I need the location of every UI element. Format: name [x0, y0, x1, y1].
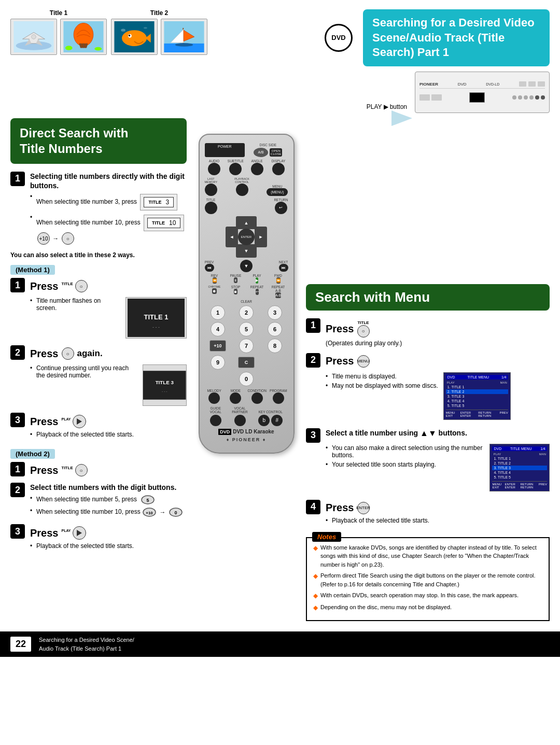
condition-btn[interactable]	[251, 392, 263, 404]
method1-step1-num: 1	[10, 278, 25, 292]
enter-button-inline[interactable]: ○	[62, 232, 74, 245]
repeat-ab-btn[interactable]: A-B	[275, 292, 282, 298]
method1-bullet1: Title number flashes on screen.	[30, 297, 121, 312]
angle-btn[interactable]	[251, 163, 263, 175]
menu-step2-num: 2	[306, 353, 320, 368]
svg-text:0: 0	[174, 510, 177, 515]
dpad-right[interactable]: ►	[255, 227, 267, 247]
menu-press1-line: Press TITLE ○	[326, 320, 550, 338]
step1-bullet1: When selecting title number 3, press TIT…	[30, 193, 187, 212]
stop-btn[interactable]: ⏹	[234, 289, 237, 294]
program-btn[interactable]	[273, 392, 284, 404]
menu-screen2-header: DVD TITLE MENU 1/4	[492, 446, 547, 451]
svg-text:TITLE 3: TITLE 3	[156, 380, 174, 386]
pioneer-logo: ♦ PIONEER ♦	[227, 437, 267, 442]
num4-btn[interactable]: 4	[211, 322, 225, 336]
dpad-up[interactable]: ▲	[236, 216, 257, 230]
title2-image2-svg	[163, 21, 205, 52]
menu-item-5: 5. TITLE 5	[446, 403, 508, 408]
audio-btn[interactable]	[208, 163, 220, 175]
step1-bullets: When selecting title number 3, press TIT…	[30, 193, 187, 245]
method1-press1-word: Press	[30, 280, 59, 292]
title1-thumb1	[10, 19, 57, 55]
dvd-logo: DVD	[325, 24, 353, 52]
prev-btn[interactable]: ⏮	[205, 264, 214, 272]
menu-menu-btn[interactable]: MENU	[357, 355, 370, 368]
num1-btn[interactable]: 1	[211, 305, 225, 320]
repeat-btn[interactable]: ↩	[256, 289, 259, 295]
note-item-2: ◆ Perform direct Title Search using the …	[313, 571, 542, 588]
pause-btn[interactable]: ⏸	[234, 277, 237, 283]
num0-btn[interactable]: 0	[239, 372, 254, 386]
playback-control-btn[interactable]	[236, 184, 248, 196]
menu-enter-btn[interactable]: ENTER	[357, 502, 370, 514]
play-btn[interactable]: ▶	[256, 277, 258, 284]
footer-text-line2: Audio Track (Title Search) Part 1	[39, 644, 134, 653]
menu-btn[interactable]: (MENU)	[267, 188, 288, 196]
num2-btn[interactable]: 2	[239, 305, 254, 320]
disc-side-label: DISC SIDE	[259, 143, 276, 147]
method1-play-btn[interactable]	[73, 415, 86, 428]
method1-title-sup: TITLE	[62, 282, 73, 286]
transport-row: REV ⏪ PAUSE ⏸ PLAY ▶ FWD ⏩	[205, 274, 288, 284]
title1-label: Title 1	[50, 9, 67, 17]
method2-step2-num: 2	[10, 483, 25, 497]
num6-btn[interactable]: 6	[268, 322, 282, 336]
menu-step4-bullets: Playback of the selected title starts.	[326, 517, 550, 524]
menu-title-btn[interactable]: ○	[357, 325, 370, 338]
ab-btn[interactable]: A/B	[254, 148, 268, 157]
method2-play-btn[interactable]	[73, 526, 86, 540]
vocal-partner-btn[interactable]	[234, 415, 246, 426]
rev-btn[interactable]: ⏪	[213, 277, 217, 284]
footer-text-line1: Searching for a Desired Video Scene/	[39, 636, 134, 644]
clear-btn[interactable]: C	[238, 357, 255, 368]
next-btn[interactable]: ⏭	[279, 264, 288, 272]
chp-btn[interactable]: ⏺	[212, 288, 217, 294]
method1-again-btn[interactable]: ○	[62, 347, 74, 360]
title-btn[interactable]	[205, 202, 217, 214]
play-arrow-symbol: ▶	[384, 103, 388, 110]
also-select-text: You can also select a title in these 2 w…	[10, 251, 187, 259]
method2-num5-btn[interactable]: 5	[141, 496, 155, 503]
method1-title-btn[interactable]: ○	[75, 280, 88, 292]
dpad-enter[interactable]: ENTER	[238, 229, 255, 245]
method2-step3-content: Press PLAY Playback of the selected titl…	[30, 524, 187, 552]
menu-press4-word: Press	[326, 502, 354, 514]
mode-btn[interactable]	[230, 392, 241, 404]
return-btn[interactable]: ↩	[275, 202, 287, 214]
method2-press1-word: Press	[30, 465, 59, 476]
dvd-player-area: PLAY ▶ button PIONEER DVD DVD-LD	[325, 72, 550, 113]
subtitle-btn[interactable]	[229, 163, 242, 175]
method1-step1-bullets: Title number flashes on screen.	[30, 297, 121, 314]
plus-ten-button[interactable]: +10	[37, 232, 50, 245]
num3-btn[interactable]: 3	[268, 305, 282, 320]
method2-title-sup: TITLE	[62, 466, 73, 470]
player-controls	[519, 81, 545, 87]
power-btn[interactable]: POWER	[205, 143, 245, 157]
dpad-left[interactable]: ◄	[226, 227, 238, 247]
key-hash-btn[interactable]: #	[271, 415, 283, 426]
audio-row: AUDIO SUBTITLE ANGLE DISPLAY	[205, 159, 288, 175]
method2-step1: 1 Press TITLE ○	[10, 462, 187, 479]
main-content: Direct Search with Title Numbers 1 Selec…	[0, 118, 560, 621]
last-memory-btn[interactable]	[205, 184, 217, 196]
fwd-btn[interactable]: ⏩	[276, 277, 281, 284]
display-btn[interactable]	[272, 163, 285, 175]
guide-vocal-btn[interactable]	[210, 415, 221, 426]
method1-step3-num: 3	[10, 413, 25, 427]
open-close-btn[interactable]: OPENCLOSE	[270, 148, 282, 157]
num9-btn[interactable]: 9	[211, 355, 225, 370]
step1-bullet2: When selecting title number 10, press TI…	[30, 214, 187, 245]
menu-screen2-item-2: 2. TITLE 2	[492, 461, 547, 466]
down-btn[interactable]: ▼	[240, 260, 253, 272]
notes-content: ◆ With some karaoke DVDs, songs are iden…	[313, 543, 542, 613]
plus10-btn[interactable]: +10	[209, 340, 226, 352]
num7-btn[interactable]: 7	[239, 339, 254, 353]
num5-btn[interactable]: 5	[239, 322, 254, 336]
dpad-down[interactable]: ▼	[236, 244, 257, 258]
num8-btn[interactable]: 8	[268, 339, 282, 353]
melody-btn[interactable]	[208, 392, 220, 404]
menu-press1-word: Press	[326, 323, 354, 335]
method2-title-btn[interactable]: ○	[75, 464, 88, 476]
key-minus-btn[interactable]: b	[258, 415, 270, 426]
